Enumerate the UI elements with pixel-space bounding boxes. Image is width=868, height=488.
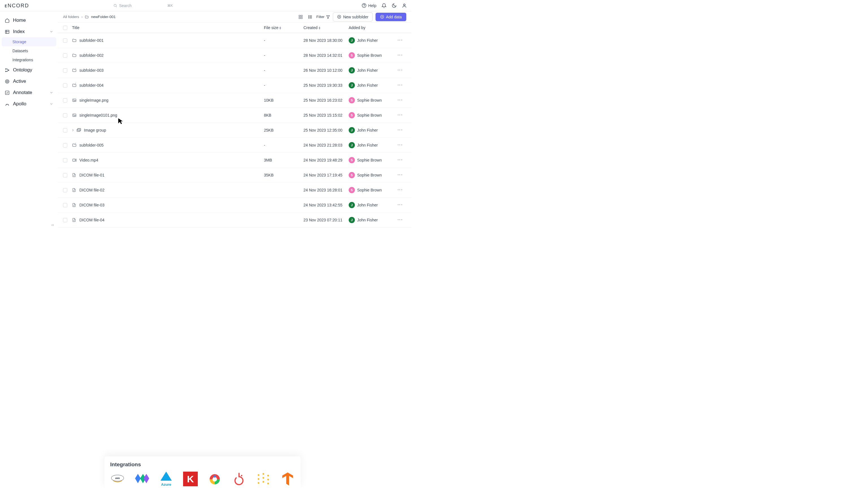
- nav-storage[interactable]: Storage: [2, 37, 56, 46]
- row-checkbox[interactable]: [63, 188, 67, 192]
- row-size: 10KB: [264, 98, 304, 102]
- nav-index[interactable]: Index: [2, 26, 56, 37]
- svg-marker-26: [327, 15, 330, 19]
- add-data-button[interactable]: Add data: [375, 13, 406, 21]
- new-subfolder-button[interactable]: New subfolder: [333, 12, 373, 22]
- table-row[interactable]: Video.mp43MB24 Nov 2023 19:48:29SSophie …: [58, 153, 411, 168]
- svg-point-23: [309, 15, 309, 16]
- table-row[interactable]: DICOM file-0224 Nov 2023 16:28:01SSophie…: [58, 183, 411, 198]
- more-icon[interactable]: ⋮: [400, 67, 401, 73]
- row-title: subfolder-003: [80, 68, 104, 73]
- row-checkbox[interactable]: [63, 38, 67, 43]
- select-all-checkbox[interactable]: [63, 26, 67, 30]
- table-row[interactable]: subfolder-005-24 Nov 2023 21:28:03JJohn …: [58, 138, 411, 153]
- filter-button[interactable]: Filter: [316, 15, 330, 19]
- grid-view-button[interactable]: [297, 13, 304, 20]
- filter-icon: [326, 15, 330, 19]
- logo: ᴇNCORD: [4, 3, 29, 9]
- table-header: Title File size▴▾ Created▴▾ Added by: [58, 23, 411, 33]
- table-row[interactable]: DICOM file-0135KB24 Nov 2023 17:19:45SSo…: [58, 168, 411, 183]
- more-icon[interactable]: ⋮: [400, 53, 401, 58]
- row-created: 24 Nov 2023 17:19:45: [304, 173, 349, 177]
- table-row[interactable]: subfolder-003-26 Nov 2023 10:12:00JJohn …: [58, 63, 411, 78]
- svg-rect-13: [5, 91, 9, 95]
- row-title: DICOM file-04: [80, 218, 104, 222]
- row-title: Video.mp4: [80, 158, 98, 162]
- row-checkbox[interactable]: [63, 158, 67, 162]
- more-icon[interactable]: ⋮: [400, 217, 401, 222]
- row-created: 25 Nov 2023 19:30:33: [304, 83, 349, 88]
- nav-apollo[interactable]: Apollo: [2, 98, 56, 109]
- table-row[interactable]: subfolder-004-25 Nov 2023 19:30:33JJohn …: [58, 78, 411, 93]
- more-icon[interactable]: ⋮: [400, 97, 401, 102]
- more-icon[interactable]: ⋮: [400, 172, 401, 177]
- breadcrumb-root[interactable]: All folders: [63, 15, 79, 19]
- ontology-icon: [4, 68, 10, 73]
- list-view-button[interactable]: [307, 13, 314, 20]
- nav-datasets[interactable]: Datasets: [2, 46, 56, 55]
- table-row[interactable]: singleImage0101.png8KB25 Nov 2023 15:15:…: [58, 108, 411, 123]
- table-row[interactable]: subfolder-001-28 Nov 2023 18:30:00JJohn …: [58, 33, 411, 48]
- svg-point-12: [6, 80, 8, 82]
- avatar: S: [349, 172, 355, 178]
- table-row[interactable]: DICOM file-0324 Nov 2023 13:42:55JJohn F…: [58, 198, 411, 213]
- table-row[interactable]: singleImage.png10KB25 Nov 2023 16:23:02S…: [58, 93, 411, 108]
- row-checkbox[interactable]: [63, 218, 67, 222]
- more-icon[interactable]: ⋮: [400, 202, 401, 207]
- svg-point-24: [309, 17, 309, 17]
- row-created: 23 Nov 2023 07:20:11: [304, 218, 349, 222]
- col-title[interactable]: Title: [72, 25, 264, 30]
- row-added-by: SSophie Brown: [349, 112, 400, 118]
- avatar: S: [349, 112, 355, 118]
- svg-marker-40: [75, 159, 76, 161]
- table-row[interactable]: Image group25KB25 Nov 2023 12:35:00JJohn…: [58, 123, 411, 138]
- row-checkbox[interactable]: [63, 98, 67, 102]
- row-checkbox[interactable]: [63, 173, 67, 177]
- row-checkbox[interactable]: [63, 113, 67, 118]
- help-button[interactable]: Help: [362, 3, 376, 8]
- col-added[interactable]: Added by: [349, 25, 400, 30]
- new-subfolder-label: New subfolder: [343, 15, 368, 19]
- main: All folders › newFolder-001 Filter New s…: [58, 11, 411, 230]
- row-checkbox[interactable]: [63, 53, 67, 58]
- col-size[interactable]: File size▴▾: [264, 25, 304, 30]
- row-title: DICOM file-01: [80, 173, 104, 177]
- folder-link-icon: [72, 83, 76, 88]
- more-icon[interactable]: ⋮: [400, 83, 401, 88]
- add-data-label: Add data: [386, 15, 402, 19]
- row-title: subfolder-002: [80, 53, 104, 58]
- nav-integrations[interactable]: Integrations: [2, 55, 56, 64]
- table-row[interactable]: subfolder-002-28 Nov 2023 14:32:01SSophi…: [58, 48, 411, 63]
- nav-active[interactable]: Active: [2, 76, 56, 87]
- more-icon[interactable]: ⋮: [400, 142, 401, 148]
- more-icon[interactable]: ⋮: [400, 187, 401, 192]
- nav-ontology[interactable]: Ontology: [2, 64, 56, 76]
- row-checkbox[interactable]: [63, 203, 67, 207]
- nav-home[interactable]: Home: [2, 15, 56, 26]
- row-checkbox[interactable]: [63, 83, 67, 88]
- avatar: S: [349, 157, 355, 163]
- collapse-sidebar-button[interactable]: ‹‹: [52, 223, 54, 227]
- more-icon[interactable]: ⋮: [400, 127, 401, 132]
- row-added-by: JJohn Fisher: [349, 82, 400, 88]
- row-added-by: JJohn Fisher: [349, 142, 400, 148]
- nav-label: Integrations: [12, 58, 33, 62]
- more-icon[interactable]: ⋮: [400, 112, 401, 118]
- nav-annotate[interactable]: Annotate: [2, 87, 56, 98]
- table-row[interactable]: DICOM file-0423 Nov 2023 07:20:11JJohn F…: [58, 213, 411, 228]
- moon-icon[interactable]: [392, 3, 397, 8]
- col-created[interactable]: Created▴▾: [304, 25, 349, 30]
- sort-icon: ▴▾: [319, 26, 320, 29]
- row-checkbox[interactable]: [63, 128, 67, 132]
- more-icon[interactable]: ⋮: [400, 38, 401, 43]
- row-checkbox[interactable]: [63, 143, 67, 148]
- svg-point-4: [403, 4, 405, 6]
- bell-icon[interactable]: [381, 3, 386, 8]
- expand-icon[interactable]: [71, 128, 75, 132]
- image-icon: [72, 98, 76, 102]
- more-icon[interactable]: ⋮: [400, 157, 401, 162]
- search-box[interactable]: Search ⌘K: [113, 3, 173, 8]
- row-checkbox[interactable]: [63, 68, 67, 73]
- user-icon[interactable]: [402, 3, 407, 8]
- index-icon: [4, 29, 10, 34]
